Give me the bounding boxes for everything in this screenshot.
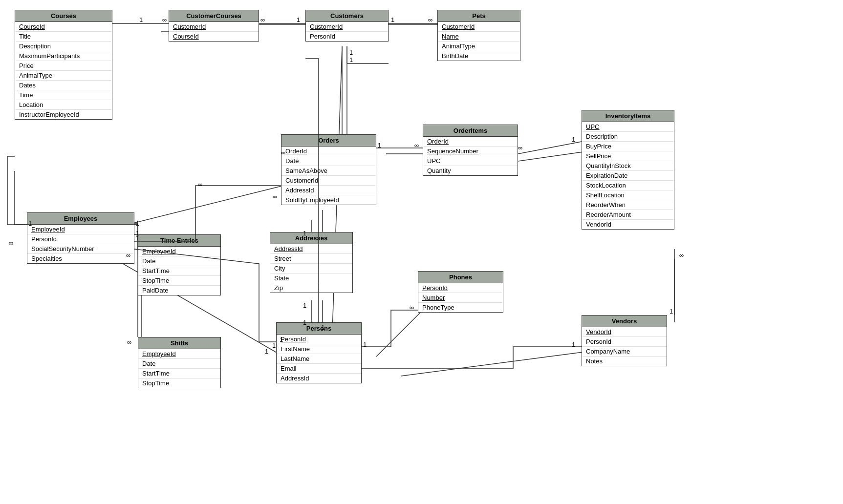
- field-cust-personid: PersonId: [306, 32, 388, 41]
- svg-line-12: [376, 313, 420, 357]
- card-per-cust-1: 1: [321, 324, 324, 331]
- entity-pets: Pets CustomerId Name AnimalType BirthDat…: [437, 10, 520, 61]
- card-sh-inf: ∞: [127, 338, 131, 346]
- entity-orders-header: Orders: [281, 135, 376, 147]
- field-addr-zip: Zip: [270, 283, 352, 293]
- card-ord-addr-inf: ∞: [273, 193, 277, 200]
- field-te-paiddate: PaidDate: [138, 286, 220, 295]
- field-emp-ssn: SocialSecurityNumber: [27, 244, 134, 254]
- entity-employees-header: Employees: [27, 213, 134, 225]
- field-orders-orderid: OrderId: [281, 147, 376, 156]
- field-time: Time: [15, 90, 112, 100]
- field-sh-stoptime: StopTime: [138, 378, 220, 388]
- entity-persons: Persons PersonId FirstName LastName Emai…: [276, 322, 362, 383]
- card-cc-cust-1: 1: [297, 16, 300, 23]
- entity-customercourses: CustomerCourses CustomerId CourseId: [169, 10, 259, 42]
- field-ph-number: Number: [418, 293, 503, 303]
- field-te-employeeid: EmployeeId: [138, 247, 220, 256]
- field-orders-sameasabove: SameAsAbove: [281, 166, 376, 176]
- entity-orderitems-header: OrderItems: [423, 125, 518, 137]
- entity-inventoryitems: InventoryItems UPC Description BuyPrice …: [582, 110, 674, 230]
- field-ii-sellprice: SellPrice: [582, 151, 674, 161]
- field-v-companyname: CompanyName: [582, 347, 667, 357]
- card-cust-pets-inf: ∞: [428, 16, 432, 23]
- card-courses-cc-1: 1: [139, 16, 143, 23]
- entity-inventoryitems-header: InventoryItems: [582, 110, 674, 122]
- entity-customers-header: Customers: [306, 10, 388, 22]
- field-sh-starttime: StartTime: [138, 369, 220, 378]
- card-emp-left-1: 1: [28, 220, 32, 227]
- card-per-ph-inf: ∞: [410, 304, 414, 311]
- field-pets-birthdate: BirthDate: [438, 51, 520, 61]
- field-per-email: Email: [277, 364, 361, 374]
- field-per-firstname: FirstName: [277, 344, 361, 354]
- field-ii-upc: UPC: [582, 122, 674, 132]
- field-ii-quantityinstock: QuantityInStock: [582, 161, 674, 171]
- field-addr-state: State: [270, 273, 352, 283]
- entity-shifts: Shifts EmployeeId Date StartTime StopTim…: [138, 337, 221, 388]
- card-cc-cust-inf: ∞: [260, 16, 265, 23]
- field-location: Location: [15, 100, 112, 110]
- field-orders-date: Date: [281, 156, 376, 166]
- field-instructoremployeeid: InstructorEmployeeId: [15, 110, 112, 119]
- entity-addresses: Addresses AddressId Street City State Zi…: [270, 232, 353, 293]
- field-ii-buyprice: BuyPrice: [582, 142, 674, 151]
- card-emp-right-1: 1: [136, 220, 139, 227]
- field-sh-employeeid: EmployeeId: [138, 349, 220, 359]
- diagram-container: Courses CourseId Title Description Maxim…: [0, 0, 843, 504]
- field-pets-animaltype: AnimalType: [438, 42, 520, 51]
- entity-customercourses-header: CustomerCourses: [169, 10, 259, 22]
- card-addr-per-1a: 1: [303, 302, 306, 309]
- field-pets-name: Name: [438, 32, 520, 42]
- field-title: Title: [15, 32, 112, 42]
- field-courseid: CourseId: [15, 22, 112, 32]
- field-pets-customerid: CustomerId: [438, 22, 520, 32]
- field-emp-specialties: Specialties: [27, 254, 134, 263]
- field-cust-customerid: CustomerId: [306, 22, 388, 32]
- svg-line-5: [518, 151, 586, 161]
- field-price: Price: [15, 61, 112, 71]
- field-emp-employeeid: EmployeeId: [27, 225, 134, 234]
- field-v-notes: Notes: [582, 357, 667, 366]
- field-ii-expirationdate: ExpirationDate: [582, 171, 674, 181]
- field-ph-phonetype: PhoneType: [418, 303, 503, 312]
- card-ord-addr-1: 1: [303, 230, 306, 237]
- field-te-starttime: StartTime: [138, 266, 220, 276]
- field-per-personid: PersonId: [277, 335, 361, 344]
- card-emp-ord-inf: ∞: [198, 181, 202, 188]
- entity-customers: Customers CustomerId PersonId: [305, 10, 389, 42]
- card-cust-pets-1: 1: [391, 16, 394, 23]
- entity-orderitems: OrderItems OrderId SequenceNumber UPC Qu…: [423, 125, 518, 176]
- field-ii-reorderwhen: ReorderWhen: [582, 200, 674, 210]
- field-per-addressid: AddressId: [277, 374, 361, 383]
- card-per-fork-1a: 1: [280, 336, 283, 343]
- field-v-personid: PersonId: [582, 337, 667, 347]
- field-ii-description: Description: [582, 132, 674, 142]
- field-orders-addressid: AddressId: [281, 186, 376, 195]
- card-ord-oi-1: 1: [378, 142, 381, 149]
- card-orders-left-inf: ∞: [281, 149, 285, 156]
- field-dates: Dates: [15, 81, 112, 90]
- entity-phones: Phones PersonId Number PhoneType: [418, 271, 503, 313]
- card-oi-ii-inf: ∞: [518, 144, 522, 151]
- field-addr-street: Street: [270, 254, 352, 264]
- field-sh-date: Date: [138, 359, 220, 369]
- field-per-lastname: LastName: [277, 354, 361, 364]
- field-te-stoptime: StopTime: [138, 276, 220, 286]
- card-emp-ord-1: 1: [136, 234, 139, 242]
- entity-employees: Employees EmployeeId PersonId SocialSecu…: [27, 212, 134, 264]
- field-addr-city: City: [270, 264, 352, 273]
- field-ii-vendorid: VendorId: [582, 220, 674, 229]
- card-per-v-1: 1: [572, 341, 575, 348]
- field-ii-reorderamount: ReorderAmount: [582, 210, 674, 220]
- entity-vendors-header: Vendors: [582, 315, 667, 327]
- field-ii-shelflocation: ShelfLocation: [582, 190, 674, 200]
- card-ord-oi-inf: ∞: [414, 142, 419, 149]
- entity-courses-header: Courses: [15, 10, 112, 22]
- card-per-fork-1c: 1: [265, 348, 268, 355]
- field-maximumparticipants: MaximumParticipants: [15, 51, 112, 61]
- field-addr-addressid: AddressId: [270, 244, 352, 254]
- card-per-ph-1: 1: [363, 341, 367, 348]
- entity-phones-header: Phones: [418, 272, 503, 283]
- field-description: Description: [15, 42, 112, 51]
